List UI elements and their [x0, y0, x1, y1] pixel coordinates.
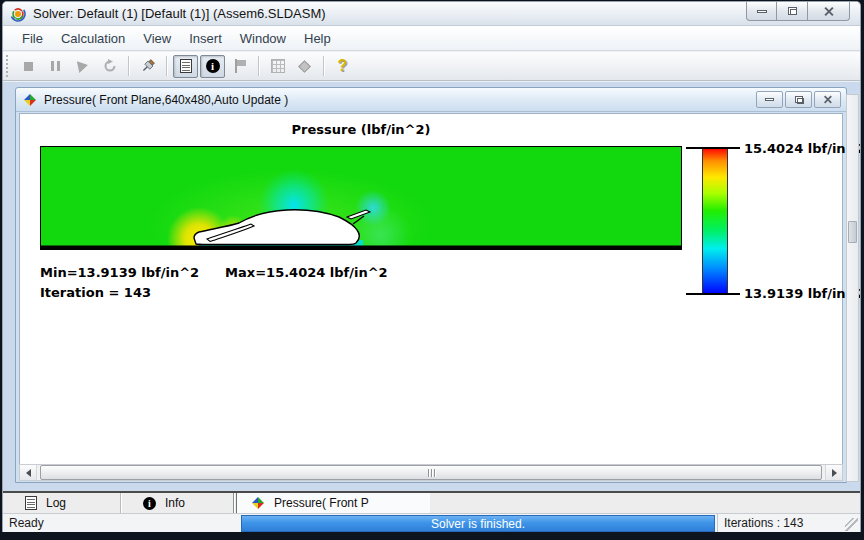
menu-calculation[interactable]: Calculation — [52, 26, 134, 51]
flow-solver-app-icon — [10, 6, 26, 22]
scroll-left-button[interactable] — [20, 465, 37, 480]
goals-icon — [298, 60, 311, 73]
plot-close-button[interactable] — [814, 91, 841, 108]
results-diamond-icon — [23, 93, 37, 107]
close-icon — [823, 7, 834, 16]
tab-log[interactable]: Log — [3, 493, 121, 513]
help-button[interactable]: ? — [330, 55, 355, 78]
status-iterations-text: Iterations : 143 — [717, 514, 853, 532]
colorbar-min-label: 13.9139 lbf/in^2 — [744, 286, 861, 301]
pressure-contour-plot — [40, 146, 682, 250]
tab-pressure-plot[interactable]: Pressure( Front P — [236, 493, 430, 513]
pause-button[interactable] — [43, 55, 68, 78]
help-icon: ? — [338, 58, 348, 74]
menu-help[interactable]: Help — [295, 26, 340, 51]
menu-window[interactable]: Window — [231, 26, 295, 51]
resize-grip[interactable] — [845, 518, 858, 531]
restore-button[interactable] — [777, 2, 808, 21]
tab-log-label: Log — [46, 496, 66, 510]
solver-window: Solver: Default (1) [Default (1)] (Assem… — [2, 1, 861, 532]
min-value-text: Min=13.9139 lbf/in^2 — [40, 265, 199, 280]
contour-field — [41, 147, 681, 249]
log-icon — [25, 496, 37, 510]
chart-title: Pressure (lbf/in^2) — [40, 122, 682, 137]
info-view-button[interactable]: i — [200, 55, 225, 78]
log-view-button[interactable] — [173, 55, 198, 78]
colorbar — [702, 147, 728, 295]
plot-window-title: Pressure( Front Plane,640x480,Auto Updat… — [44, 88, 288, 112]
minimize-button[interactable] — [746, 2, 777, 21]
horizontal-scrollbar[interactable] — [19, 464, 843, 481]
vertical-scrollbar[interactable] — [846, 94, 859, 482]
restore-icon — [795, 96, 803, 103]
mdi-area: Pressure( Front Plane,640x480,Auto Updat… — [3, 82, 860, 491]
log-icon — [180, 59, 192, 73]
title-bar[interactable]: Solver: Default (1) [Default (1)] (Assem… — [3, 2, 860, 26]
restore-icon — [788, 7, 797, 15]
stop-icon — [24, 62, 33, 71]
mesh-button[interactable] — [265, 55, 290, 78]
toolbar-separator — [166, 56, 167, 76]
horizontal-scrollbar-thumb[interactable] — [40, 465, 822, 480]
info-icon: i — [206, 59, 220, 73]
colorbar-max-tick — [686, 147, 740, 149]
colorbar-max-label: 15.4024 lbf/in^2 — [744, 141, 861, 156]
refresh-button[interactable] — [97, 55, 122, 78]
pressure-plot-window: Pressure( Front Plane,640x480,Auto Updat… — [15, 87, 847, 483]
menu-insert[interactable]: Insert — [180, 26, 231, 51]
arrow-right-icon — [832, 469, 837, 477]
minimize-icon — [765, 98, 774, 101]
solver-progress-text: Solver is finished. — [431, 517, 525, 531]
flag-button[interactable] — [227, 55, 252, 78]
run-button[interactable] — [70, 55, 95, 78]
status-ready-text: Ready — [9, 514, 44, 532]
toolbar-grip[interactable] — [6, 55, 10, 77]
tab-pressure-label: Pressure( Front P — [274, 496, 369, 510]
toolbar: i ? — [3, 52, 860, 81]
iteration-text: Iteration = 143 — [40, 285, 151, 300]
arrow-left-icon — [26, 469, 31, 477]
status-bar: Ready Solver is finished. Iterations : 1… — [3, 513, 860, 532]
pin-button[interactable] — [135, 55, 160, 78]
vertical-scrollbar-thumb[interactable] — [848, 221, 857, 243]
menu-bar: File Calculation View Insert Window Help — [3, 26, 860, 51]
window-controls — [746, 2, 850, 21]
scroll-right-button[interactable] — [825, 465, 842, 480]
plot-minimize-button[interactable] — [756, 91, 783, 108]
mesh-icon — [271, 59, 285, 73]
stop-button[interactable] — [16, 55, 41, 78]
refresh-icon — [102, 58, 118, 74]
toolbar-separator — [128, 56, 129, 76]
pause-icon — [51, 61, 60, 71]
plot-canvas: Pressure (lbf/in^2) — [19, 113, 843, 465]
plot-window-controls — [756, 91, 841, 108]
view-tab-bar: Log i Info Pressure( Front P — [3, 491, 860, 513]
toolbar-separator — [323, 56, 324, 76]
minimize-icon — [757, 10, 767, 13]
colorbar-min-tick — [686, 293, 740, 295]
pin-icon — [140, 58, 156, 74]
info-icon: i — [143, 497, 156, 510]
minmax-line: Min=13.9139 lbf/in^2Max=15.4024 lbf/in^2 — [40, 265, 388, 280]
menu-view[interactable]: View — [134, 26, 180, 51]
goals-button[interactable] — [292, 55, 317, 78]
solver-progress-bar: Solver is finished. — [241, 515, 715, 532]
close-button[interactable] — [808, 2, 850, 21]
tab-info[interactable]: i Info — [121, 493, 234, 513]
flag-icon — [234, 59, 246, 73]
close-icon — [823, 96, 832, 104]
run-icon — [76, 59, 88, 73]
plot-restore-button[interactable] — [785, 91, 812, 108]
tab-info-label: Info — [165, 496, 185, 510]
toolbar-separator — [258, 56, 259, 76]
window-title: Solver: Default (1) [Default (1)] (Assem… — [33, 2, 326, 26]
results-diamond-icon — [251, 496, 265, 510]
plot-window-title-bar[interactable]: Pressure( Front Plane,640x480,Auto Updat… — [16, 88, 846, 112]
menu-file[interactable]: File — [13, 26, 52, 51]
max-value-text: Max=15.4024 lbf/in^2 — [225, 265, 388, 280]
